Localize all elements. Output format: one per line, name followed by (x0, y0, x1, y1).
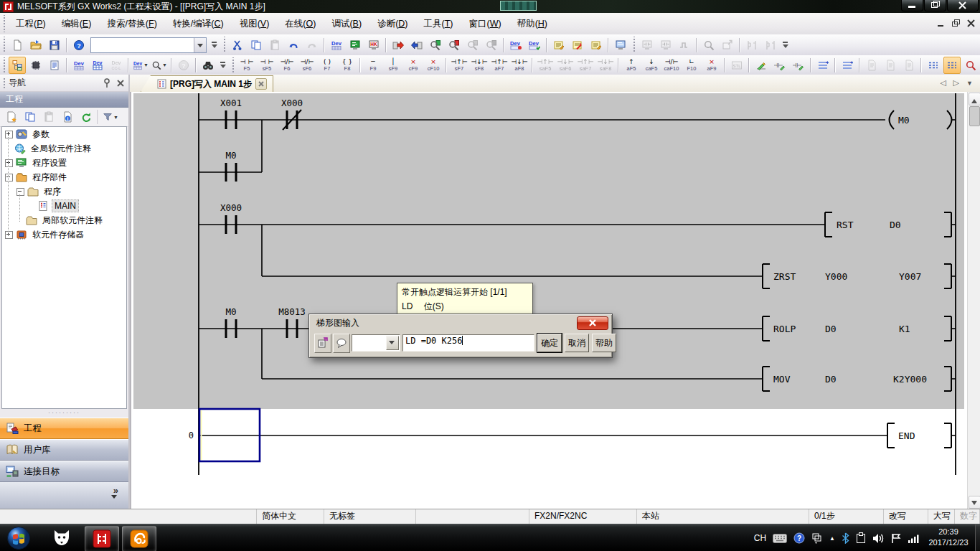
keyboard-icon[interactable] (773, 534, 787, 543)
tree-item-程序部件[interactable]: 程序部件 (2, 170, 126, 184)
invert-operation[interactable]: ↑aF5 (622, 56, 641, 75)
comment-edit-button[interactable] (314, 334, 331, 353)
undo[interactable] (285, 37, 302, 54)
tab-close-icon[interactable] (255, 78, 267, 90)
paste[interactable] (266, 37, 283, 54)
delete-vertical-line[interactable]: ×cF10 (424, 56, 443, 75)
copy[interactable] (248, 37, 265, 54)
chevron-expand-icon[interactable]: » (113, 485, 118, 496)
menu-item-6[interactable]: 在线(O) (277, 14, 324, 34)
insert-row[interactable]: + (814, 57, 831, 74)
application-instruction[interactable]: { }F8 (338, 56, 357, 75)
help[interactable]: ? (70, 37, 88, 54)
menu-item-11[interactable]: 帮助(H) (509, 14, 555, 34)
collapse-icon[interactable] (5, 174, 13, 182)
instruction-type-combo[interactable] (352, 334, 400, 352)
redo[interactable] (303, 37, 321, 54)
menu-item-2[interactable]: 编辑(E) (54, 14, 100, 34)
rising-pulse-close[interactable]: ⊣↑⊢saF5 (536, 56, 555, 75)
menu-item-8[interactable]: 诊断(D) (369, 14, 415, 34)
menu-item-5[interactable]: 视图(V) (232, 14, 278, 34)
clipboard-icon[interactable] (856, 532, 866, 544)
help-gray[interactable]: ? (175, 57, 192, 74)
tree-item-程序设置[interactable]: 程序设置 (2, 156, 126, 170)
device-comment-display[interactable]: Dev (328, 37, 345, 54)
monitor-write-mode[interactable] (657, 37, 674, 54)
tab-scroll-left-icon[interactable]: ◁ (940, 78, 946, 88)
instruction-input[interactable]: LD =D0 K256 (402, 334, 534, 352)
device-test[interactable]: HK (365, 37, 382, 54)
foobar2000-icon[interactable] (52, 528, 72, 550)
show-hidden-icons[interactable]: ▲ (829, 535, 835, 542)
chevron-down-icon[interactable] (111, 495, 117, 501)
language-indicator[interactable]: CH (754, 533, 766, 543)
window-tray-icon[interactable] (811, 532, 823, 544)
tree-item-局部软元件注释[interactable]: 局部软元件注释 (2, 213, 126, 227)
open-project[interactable] (27, 37, 44, 54)
uc-browser-taskbar-button[interactable] (122, 526, 156, 551)
show-desktop-button[interactable] (975, 524, 980, 551)
note-edit[interactable] (588, 37, 605, 54)
nav-close-icon[interactable] (115, 77, 126, 89)
device-comment-green[interactable]: Dev (526, 37, 543, 54)
monitor-stop[interactable] (483, 37, 500, 54)
falling-pulse-close[interactable]: ⊣↓⊢saF6 (556, 56, 575, 75)
cc-link-setting[interactable]: DevCC-L (108, 57, 125, 74)
connect-line-edit[interactable] (925, 57, 942, 74)
view-button-工程[interactable]: 工程 (0, 418, 128, 439)
menu-item-9[interactable]: 工具(T) (416, 14, 461, 34)
delete-horizontal-line[interactable]: ×cF9 (404, 56, 423, 75)
write-mode-2[interactable]: ⊣⊢ (790, 57, 807, 74)
volume-icon[interactable] (872, 533, 885, 544)
mdi-close-button[interactable] (966, 19, 976, 28)
rising-pulse-branch[interactable]: ⊣↑⊢aF7 (490, 56, 509, 75)
help-tray-icon[interactable]: ? (793, 532, 805, 544)
window-combo[interactable] (90, 37, 207, 53)
view-button-用户库[interactable]: 用户库 (0, 439, 128, 461)
read-from-plc[interactable] (408, 37, 425, 54)
cancel-button[interactable]: 取消 (565, 334, 589, 352)
note-button[interactable] (333, 334, 350, 353)
ladder-lock-1[interactable] (743, 37, 760, 54)
open-contact-branch[interactable]: ⊣ ⊢sF5 (258, 56, 277, 75)
toolbar-grip[interactable] (231, 57, 235, 73)
function-block-list[interactable] (46, 57, 63, 74)
toolbar-grip[interactable] (2, 57, 6, 73)
delete-edge[interactable]: ×aF9 (702, 56, 722, 75)
horizontal-line[interactable]: ─F9 (364, 56, 383, 75)
taskbar-clock[interactable]: 20:39 2017/12/23 (923, 527, 974, 548)
menu-item-4[interactable]: 转换/编译(C) (165, 14, 232, 34)
copy-data[interactable] (22, 108, 39, 126)
pin-icon[interactable] (101, 77, 113, 89)
falling-pulse-close-branch[interactable]: ⊣↓⊢saF8 (596, 56, 616, 75)
stl-instruction[interactable]: STL (728, 57, 745, 74)
cut[interactable] (229, 37, 246, 54)
toolbar-overflow-icon[interactable] (219, 57, 227, 73)
module-configuration[interactable] (27, 57, 44, 74)
toolbar-grip[interactable] (2, 37, 6, 53)
restore-button[interactable] (924, 0, 946, 11)
convert-pulse[interactable]: ↓caF5 (642, 56, 661, 75)
tree-item-全局软元件注释[interactable]: 全局软元件注释 (2, 141, 126, 156)
tab-scroll-right-icon[interactable]: ▷ (953, 78, 959, 88)
device-find-red[interactable] (962, 57, 979, 74)
tab-main-program[interactable]: [PRG]写入 MAIN 1步 (141, 75, 273, 92)
close-contact-branch[interactable]: ⊣/⊢sF6 (298, 56, 317, 75)
chevron-down-icon[interactable] (194, 38, 206, 52)
monitor-mode[interactable] (639, 37, 656, 54)
ladder-monitor[interactable] (347, 37, 364, 54)
paste-data[interactable] (40, 108, 57, 126)
expand-icon[interactable] (5, 231, 13, 239)
watch-window[interactable] (719, 37, 736, 54)
rising-pulse[interactable]: ⊣↑⊢sF7 (450, 56, 469, 75)
panel-splitter[interactable]: ········· (0, 410, 128, 415)
ladder-lock-2[interactable] (762, 37, 779, 54)
close-contact[interactable]: ⊣/⊢F6 (278, 56, 297, 75)
device-display-format[interactable]: Dev▼ (132, 57, 149, 74)
mdi-restore-button[interactable] (951, 19, 961, 28)
device-comment-list[interactable]: Dev (70, 57, 88, 74)
expand-icon[interactable] (5, 131, 13, 138)
vertical-line[interactable]: │sF9 (384, 56, 403, 75)
navigation-window[interactable] (9, 57, 26, 74)
save-project[interactable] (46, 37, 63, 54)
